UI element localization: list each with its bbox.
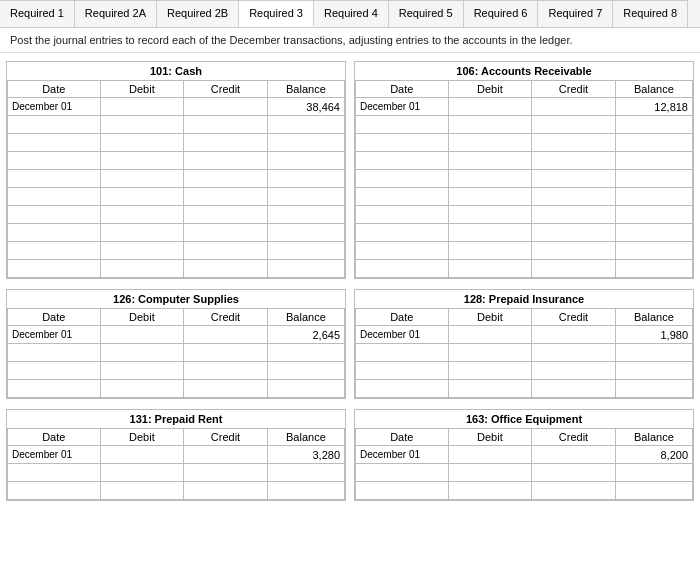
debit-cell[interactable] xyxy=(100,188,184,206)
tab-required-5[interactable]: Required 5 xyxy=(389,0,464,27)
debit-cell[interactable] xyxy=(448,98,532,116)
balance-cell[interactable]: 1,980 xyxy=(615,326,692,344)
balance-cell[interactable]: 12,818 xyxy=(615,98,692,116)
balance-cell[interactable] xyxy=(267,260,344,278)
date-cell[interactable]: December 01 xyxy=(8,446,101,464)
date-cell[interactable] xyxy=(356,206,449,224)
tab-required-8[interactable]: Required 8 xyxy=(613,0,688,27)
date-cell[interactable] xyxy=(356,344,449,362)
credit-cell[interactable] xyxy=(184,170,268,188)
tab-required-1[interactable]: Required 1 xyxy=(0,0,75,27)
debit-cell[interactable] xyxy=(100,98,184,116)
debit-cell[interactable] xyxy=(100,206,184,224)
credit-cell[interactable] xyxy=(184,206,268,224)
balance-cell[interactable] xyxy=(267,464,344,482)
balance-cell[interactable] xyxy=(615,380,692,398)
date-cell[interactable] xyxy=(356,482,449,500)
balance-cell[interactable] xyxy=(267,152,344,170)
balance-cell[interactable] xyxy=(615,206,692,224)
credit-cell[interactable] xyxy=(532,188,616,206)
date-cell[interactable] xyxy=(356,152,449,170)
credit-cell[interactable] xyxy=(184,380,268,398)
credit-cell[interactable] xyxy=(532,242,616,260)
date-cell[interactable] xyxy=(356,116,449,134)
date-cell[interactable] xyxy=(8,152,101,170)
credit-cell[interactable] xyxy=(532,224,616,242)
debit-cell[interactable] xyxy=(448,380,532,398)
debit-cell[interactable] xyxy=(100,380,184,398)
balance-cell[interactable] xyxy=(267,134,344,152)
balance-cell[interactable] xyxy=(615,464,692,482)
date-cell[interactable]: December 01 xyxy=(356,326,449,344)
credit-cell[interactable] xyxy=(184,152,268,170)
tab-required-7[interactable]: Required 7 xyxy=(538,0,613,27)
tab-required-2b[interactable]: Required 2B xyxy=(157,0,239,27)
date-cell[interactable] xyxy=(356,362,449,380)
debit-cell[interactable] xyxy=(100,152,184,170)
debit-cell[interactable] xyxy=(448,134,532,152)
date-cell[interactable] xyxy=(8,134,101,152)
debit-cell[interactable] xyxy=(100,362,184,380)
balance-cell[interactable] xyxy=(267,206,344,224)
balance-cell[interactable]: 8,200 xyxy=(615,446,692,464)
credit-cell[interactable] xyxy=(184,98,268,116)
debit-cell[interactable] xyxy=(100,260,184,278)
credit-cell[interactable] xyxy=(184,344,268,362)
credit-cell[interactable] xyxy=(532,362,616,380)
balance-cell[interactable] xyxy=(615,188,692,206)
credit-cell[interactable] xyxy=(184,134,268,152)
debit-cell[interactable] xyxy=(100,134,184,152)
debit-cell[interactable] xyxy=(448,446,532,464)
tab-required-6[interactable]: Required 6 xyxy=(464,0,539,27)
balance-cell[interactable] xyxy=(615,344,692,362)
balance-cell[interactable] xyxy=(615,152,692,170)
credit-cell[interactable] xyxy=(532,344,616,362)
date-cell[interactable] xyxy=(8,224,101,242)
date-cell[interactable]: December 01 xyxy=(356,446,449,464)
balance-cell[interactable] xyxy=(615,224,692,242)
date-cell[interactable] xyxy=(356,170,449,188)
credit-cell[interactable] xyxy=(184,242,268,260)
balance-cell[interactable]: 38,464 xyxy=(267,98,344,116)
date-cell[interactable]: December 01 xyxy=(8,326,101,344)
date-cell[interactable] xyxy=(356,380,449,398)
debit-cell[interactable] xyxy=(448,224,532,242)
tab-required-3[interactable]: Required 3 xyxy=(239,0,314,27)
date-cell[interactable] xyxy=(356,188,449,206)
balance-cell[interactable] xyxy=(267,116,344,134)
credit-cell[interactable] xyxy=(532,98,616,116)
balance-cell[interactable] xyxy=(267,482,344,500)
balance-cell[interactable] xyxy=(615,242,692,260)
balance-cell[interactable] xyxy=(615,170,692,188)
balance-cell[interactable] xyxy=(615,260,692,278)
debit-cell[interactable] xyxy=(100,482,184,500)
debit-cell[interactable] xyxy=(100,170,184,188)
date-cell[interactable]: December 01 xyxy=(8,98,101,116)
date-cell[interactable] xyxy=(8,260,101,278)
date-cell[interactable] xyxy=(356,464,449,482)
date-cell[interactable] xyxy=(356,242,449,260)
credit-cell[interactable] xyxy=(184,362,268,380)
date-cell[interactable] xyxy=(8,464,101,482)
debit-cell[interactable] xyxy=(100,224,184,242)
debit-cell[interactable] xyxy=(448,242,532,260)
debit-cell[interactable] xyxy=(448,482,532,500)
credit-cell[interactable] xyxy=(184,188,268,206)
credit-cell[interactable] xyxy=(532,260,616,278)
debit-cell[interactable] xyxy=(100,446,184,464)
credit-cell[interactable] xyxy=(184,260,268,278)
debit-cell[interactable] xyxy=(100,116,184,134)
credit-cell[interactable] xyxy=(532,482,616,500)
balance-cell[interactable] xyxy=(267,344,344,362)
debit-cell[interactable] xyxy=(100,242,184,260)
date-cell[interactable] xyxy=(8,344,101,362)
debit-cell[interactable] xyxy=(448,344,532,362)
debit-cell[interactable] xyxy=(448,362,532,380)
credit-cell[interactable] xyxy=(532,170,616,188)
credit-cell[interactable] xyxy=(532,152,616,170)
debit-cell[interactable] xyxy=(448,206,532,224)
credit-cell[interactable] xyxy=(532,464,616,482)
credit-cell[interactable] xyxy=(184,116,268,134)
date-cell[interactable] xyxy=(8,362,101,380)
debit-cell[interactable] xyxy=(448,464,532,482)
